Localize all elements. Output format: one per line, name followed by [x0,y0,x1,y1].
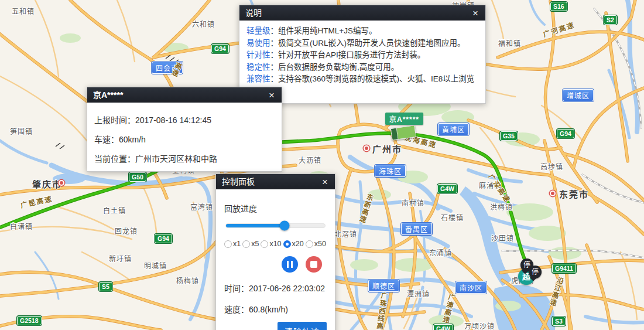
radio-dot [261,240,268,248]
info-panel-header: 说明 × [239,5,485,21]
feature-line: 轻量级：组件采用纯HTML+JS编写。 [246,25,478,38]
stop-button[interactable] [306,256,322,273]
stop-icon [310,261,317,268]
speed-radio-x5[interactable]: x5 [242,240,259,248]
radio-label: x5 [251,240,259,248]
vehicle-panel-header: 京A***** × [87,87,282,103]
radio-label: x10 [269,240,281,248]
vehicle-info-row: 车速：60km/h [94,133,275,145]
speed-radio-x50[interactable]: x50 [306,240,326,248]
radio-label: x50 [314,240,326,248]
feature-line: 易使用：极简交互(URL嵌入)帮助开发人员快速创建地图应用。 [246,38,478,50]
pause-button[interactable] [282,256,298,273]
control-panel-body: 回放进度 x1x5x10x20x50 时间：2017-06-26 22:03:0… [216,189,335,330]
track-playback-app: 五和镇六和镇神岗镇福和镇笋围镇白诸镇白土镇回龙镇金利镇富湾镇新圩镇明城镇杨梅镇狮… [0,0,644,330]
speed-radio-x10[interactable]: x10 [261,240,281,248]
speed-radio-group: x1x5x10x20x50 [224,240,327,248]
radio-dot [224,240,232,248]
radio-dot [283,240,291,248]
radio-label: x20 [292,240,304,248]
speed-text: 速度：60.8(km/h) [224,303,327,315]
info-panel-close-icon[interactable]: × [471,8,479,18]
pause-icon [287,261,293,268]
time-text: 时间：2017-06-26 22:03:02 [224,282,327,294]
vehicle-panel-body: 上报时间：2017-08-16 14:12:45车速：60km/h当前位置：广州… [87,103,282,171]
radio-label: x1 [233,240,241,248]
control-panel: 控制面板 × 回放进度 x1x5x10x20x50 时间：2017-06-26 … [215,173,335,330]
control-panel-title: 控制面板 [222,174,255,189]
control-panel-close-icon[interactable]: × [321,177,329,187]
feature-line: 针对性：针对开放平台API接口服务进行方法封装。 [246,49,478,62]
vehicle-panel-title: 京A***** [93,87,123,103]
vehicle-plate-label[interactable]: 京A***** [385,113,423,125]
playback-progress-label: 回放进度 [224,202,327,214]
vehicle-info-panel: 京A***** × 上报时间：2017-08-16 14:12:45车速：60k… [87,87,282,172]
radio-dot [242,240,250,248]
progress-slider-fill [226,224,285,227]
progress-slider-thumb[interactable] [279,221,289,231]
speed-radio-x1[interactable]: x1 [224,240,241,248]
vehicle-info-row: 上报时间：2017-08-16 14:12:45 [94,114,275,125]
vehicle-panel-close-icon[interactable]: × [268,90,276,100]
feature-line: 稳定性：后台数据服务负载均衡,高度可用。 [246,62,478,74]
truck-body [397,125,416,139]
playback-buttons [224,256,327,273]
radio-dot [306,240,313,248]
control-panel-header: 控制面板 × [216,174,335,189]
speed-radio-x20[interactable]: x20 [283,240,304,248]
clear-track-button[interactable]: 清除轨迹 [278,322,327,330]
clear-row: 清除轨迹 [224,322,327,330]
progress-slider[interactable] [225,223,326,228]
vehicle-info-row: 当前位置：广州市天河区林和中路 [94,152,275,164]
info-panel-title: 说明 [245,5,262,21]
